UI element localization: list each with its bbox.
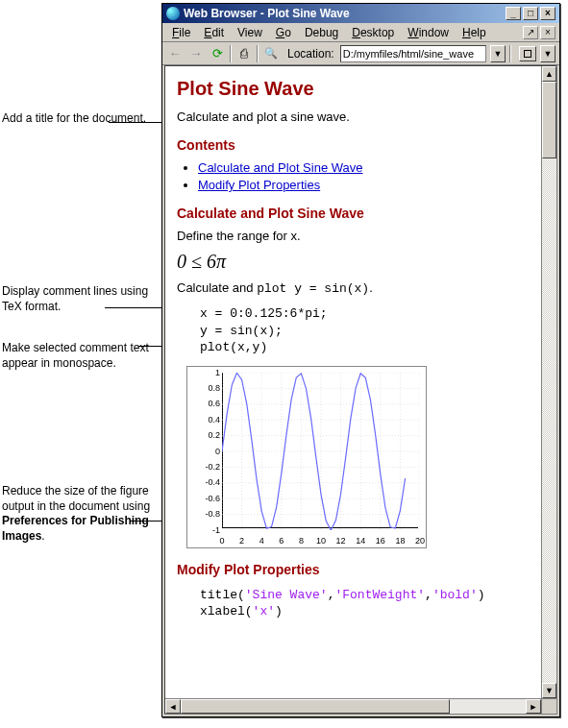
scroll-down-button[interactable]: ▼ <box>542 683 556 698</box>
titlebar: Web Browser - Plot Sine Wave _ □ × <box>162 4 559 23</box>
annotation-text: . <box>41 529 44 543</box>
toolbar-separator <box>230 45 232 62</box>
location-input[interactable] <box>340 45 486 62</box>
scroll-track[interactable] <box>181 699 526 714</box>
xtick-label: 2 <box>239 536 244 546</box>
browser-window: Web Browser - Plot Sine Wave _ □ × File … <box>161 3 560 717</box>
xtick-label: 4 <box>259 536 264 546</box>
text-span: Calculate and <box>177 280 257 295</box>
ytick-label: -0.6 <box>187 494 220 503</box>
sine-plot: -1-0.8-0.6-0.4-0.200.20.40.60.8102468101… <box>186 366 427 548</box>
viewport: Plot Sine Wave Calculate and plot a sine… <box>164 65 557 715</box>
sine-line <box>222 373 406 530</box>
plot-canvas <box>222 373 420 530</box>
globe-icon <box>166 7 180 20</box>
annotation-figure-size: Reduce the size of the figure output in … <box>2 484 156 544</box>
ytick-label: 0.6 <box>187 399 220 408</box>
math-expression: 0 ≤ 6π <box>177 251 530 273</box>
code-block: x = 0:0.125:6*pi; y = sin(x); plot(x,y) <box>200 305 530 356</box>
menu-debug[interactable]: Debug <box>299 25 344 40</box>
ytick-label: 0.4 <box>187 415 220 425</box>
annotation-title: Add a title for the document. <box>2 111 151 127</box>
minimize-button[interactable]: _ <box>506 7 521 20</box>
document-content: Plot Sine Wave Calculate and plot a sine… <box>165 66 541 698</box>
contents-heading: Contents <box>177 137 530 153</box>
section-heading: Modify Plot Properties <box>177 562 530 577</box>
ytick-label: -0.4 <box>187 477 220 487</box>
print-button[interactable]: ⎙ <box>235 45 253 62</box>
xtick-label: 0 <box>219 536 224 546</box>
page-title: Plot Sine Wave <box>177 78 530 100</box>
toc-link-modify[interactable]: Modify Plot Properties <box>198 178 320 192</box>
ytick-label: -1 <box>187 525 220 535</box>
vertical-scrollbar[interactable]: ▲ ▼ <box>541 66 556 698</box>
annotation-text-bold: Preferences for Publishing Images <box>2 514 149 543</box>
leader-line <box>109 122 161 123</box>
find-button[interactable]: 🔍 <box>262 45 280 62</box>
scroll-right-button[interactable]: ► <box>526 699 541 714</box>
menubar-close-button[interactable]: × <box>540 26 556 39</box>
leader-line <box>131 521 162 522</box>
menubar: File Edit View Go Debug Desktop Window H… <box>162 23 559 42</box>
annotation-text: Reduce the size of the figure output in … <box>2 484 150 513</box>
close-button[interactable]: × <box>540 7 556 20</box>
ytick-label: 0.8 <box>187 383 220 393</box>
calc-text: Calculate and plot y = sin(x). <box>177 280 530 296</box>
location-label: Location: <box>287 47 334 61</box>
ytick-label: -0.2 <box>187 462 220 472</box>
menu-view[interactable]: View <box>232 25 268 40</box>
horizontal-scrollbar[interactable]: ◄ ► <box>165 698 541 714</box>
xtick-label: 20 <box>415 536 425 546</box>
reload-button[interactable]: ⟳ <box>209 45 226 62</box>
xtick-label: 6 <box>279 536 284 546</box>
scroll-left-button[interactable]: ◄ <box>165 699 181 714</box>
forward-button[interactable]: → <box>187 45 205 62</box>
menu-file[interactable]: File <box>166 25 196 40</box>
menu-go[interactable]: Go <box>270 25 297 40</box>
menu-window[interactable]: Window <box>402 25 455 40</box>
annotation-tex: Display comment lines using TeX format. <box>2 284 151 314</box>
xtick-label: 12 <box>336 536 346 546</box>
xtick-label: 8 <box>299 536 304 546</box>
scroll-up-button[interactable]: ▲ <box>542 66 556 82</box>
scroll-thumb[interactable] <box>181 699 450 714</box>
window-title: Web Browser - Plot Sine Wave <box>184 7 350 20</box>
ytick-label: -0.8 <box>187 509 220 519</box>
ytick-label: 0 <box>187 447 220 456</box>
menu-desktop[interactable]: Desktop <box>346 25 400 40</box>
ytick-label: 1 <box>187 368 220 377</box>
list-item: Calculate and Plot Sine Wave <box>198 160 530 175</box>
annotation-monospace: Make selected comment text appear in mon… <box>2 341 156 371</box>
xtick-label: 10 <box>316 536 326 546</box>
xtick-label: 16 <box>376 536 385 546</box>
dock-dropdown-button[interactable]: ▼ <box>540 45 556 62</box>
xtick-label: 14 <box>356 536 365 546</box>
xtick-label: 18 <box>395 536 405 546</box>
section-heading: Calculate and Plot Sine Wave <box>177 206 530 221</box>
mono-span: plot y = sin(x) <box>257 281 369 296</box>
toc-link-calculate[interactable]: Calculate and Plot Sine Wave <box>198 160 363 175</box>
back-button[interactable]: ← <box>166 45 184 62</box>
menu-edit[interactable]: Edit <box>198 25 230 40</box>
size-grip[interactable] <box>541 698 556 714</box>
section-text: Define the range for x. <box>177 229 530 243</box>
intro-text: Calculate and plot a sine wave. <box>177 109 530 124</box>
leader-line <box>105 307 161 308</box>
leader-line <box>138 346 161 347</box>
toolbar-separator <box>509 45 511 62</box>
maximize-button[interactable]: □ <box>523 7 538 20</box>
text-span: . <box>369 280 373 295</box>
list-item: Modify Plot Properties <box>198 178 530 192</box>
undock-button[interactable]: ↗ <box>523 26 538 39</box>
menu-help[interactable]: Help <box>457 25 492 40</box>
dock-toggle-button[interactable] <box>519 46 536 61</box>
scroll-track[interactable] <box>542 82 556 683</box>
table-of-contents: Calculate and Plot Sine Wave Modify Plot… <box>198 160 530 192</box>
code-block: title('Sine Wave','FontWeight','bold') x… <box>200 587 530 620</box>
toolbar-separator <box>257 45 259 62</box>
scroll-thumb[interactable] <box>542 82 556 158</box>
location-dropdown-button[interactable]: ▼ <box>490 45 506 62</box>
ytick-label: 0.2 <box>187 430 220 440</box>
toolbar: ← → ⟳ ⎙ 🔍 Location: ▼ ▼ <box>162 42 559 65</box>
